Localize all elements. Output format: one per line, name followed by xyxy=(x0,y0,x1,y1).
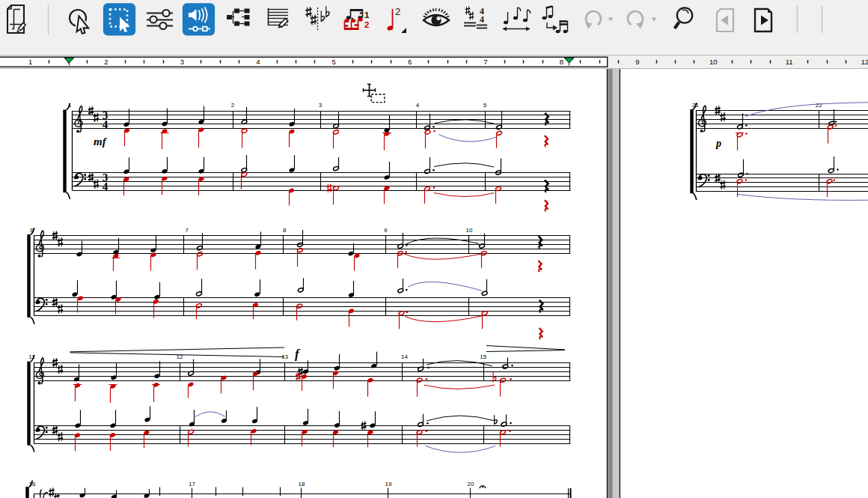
svg-text:1: 1 xyxy=(28,58,32,66)
svg-text:4: 4 xyxy=(256,58,260,66)
svg-text:3: 3 xyxy=(319,102,323,109)
svg-text:5: 5 xyxy=(483,102,487,109)
svg-text:14: 14 xyxy=(401,353,408,360)
svg-text:18: 18 xyxy=(298,481,305,488)
svg-text:4: 4 xyxy=(416,102,420,109)
svg-text:4: 4 xyxy=(480,14,484,25)
svg-text:mf: mf xyxy=(94,136,108,148)
svg-text:9: 9 xyxy=(384,227,388,234)
svg-text:7: 7 xyxy=(186,227,189,234)
svg-text:12: 12 xyxy=(861,58,868,66)
svg-text:6: 6 xyxy=(30,227,34,234)
svg-text:5: 5 xyxy=(332,58,336,66)
svg-text:6: 6 xyxy=(408,58,412,66)
svg-text:20: 20 xyxy=(468,481,474,488)
svg-text:4: 4 xyxy=(103,118,109,130)
svg-text:p: p xyxy=(715,138,721,149)
svg-text:1: 1 xyxy=(68,102,72,109)
svg-text:11: 11 xyxy=(28,353,35,360)
svg-text:21: 21 xyxy=(692,102,699,109)
svg-text:10: 10 xyxy=(466,227,473,234)
svg-text:19: 19 xyxy=(385,481,391,488)
svg-text:16: 16 xyxy=(29,481,36,488)
svg-text:2: 2 xyxy=(104,58,108,66)
svg-text:17: 17 xyxy=(189,481,195,488)
svg-text:2: 2 xyxy=(364,20,369,29)
svg-text:8: 8 xyxy=(283,227,287,234)
svg-text:2: 2 xyxy=(395,6,400,17)
svg-text:1: 1 xyxy=(364,10,370,19)
svg-text:11: 11 xyxy=(786,58,793,66)
svg-text:22: 22 xyxy=(816,102,822,109)
svg-text:2: 2 xyxy=(231,102,235,109)
svg-text:8: 8 xyxy=(560,58,563,66)
svg-text:3: 3 xyxy=(180,58,184,66)
svg-text:10: 10 xyxy=(709,58,718,66)
svg-text:7: 7 xyxy=(483,58,487,66)
svg-text:4: 4 xyxy=(103,180,109,192)
svg-text:9: 9 xyxy=(635,58,639,66)
svg-text:15: 15 xyxy=(480,353,486,360)
